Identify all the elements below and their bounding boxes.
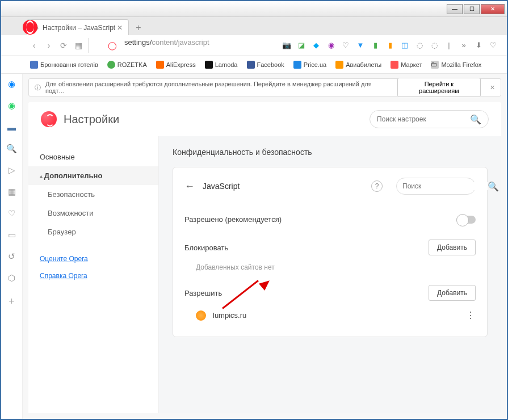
block-empty-text: Добавленных сайтов нет (184, 259, 476, 277)
go-to-extensions-button[interactable]: Перейти к расширениям (397, 78, 481, 97)
nav-advanced[interactable]: Дополнительно (28, 166, 158, 185)
send-icon[interactable]: ▷ (6, 165, 18, 176)
bookmark-icon (391, 61, 398, 69)
download-icon[interactable]: ⬇ (474, 41, 483, 50)
allowed-label: Разрешено (рекомендуется) (184, 215, 282, 224)
card-title: JavaScript (203, 182, 240, 191)
camera-icon[interactable]: 📷 (282, 41, 291, 50)
notification-text: Для обновления расширений требуются допо… (45, 81, 393, 94)
bookmark-item[interactable]: Price.ua (290, 59, 330, 70)
ext-icon[interactable]: ▮ (371, 41, 380, 50)
bookmark-item[interactable]: AliExpress (153, 59, 199, 70)
speed-dial-icon[interactable]: ▦ (6, 186, 18, 198)
help-icon[interactable]: ? (371, 180, 383, 192)
opera-menu-button[interactable] (23, 20, 37, 35)
search-icon: 🔍 (488, 181, 499, 192)
site-favicon (196, 310, 206, 321)
minimize-button[interactable]: — (447, 4, 463, 14)
content-area: ⓘ Для обновления расширений требуются до… (23, 74, 507, 419)
nav-browser[interactable]: Браузер (28, 222, 158, 241)
divider (88, 38, 103, 53)
whatsapp-icon[interactable]: ◉ (6, 100, 18, 111)
bookmark-item[interactable]: Lamoda (201, 59, 241, 70)
site-domain: lumpics.ru (213, 311, 246, 320)
add-allow-button[interactable]: Добавить (429, 285, 476, 301)
block-label: Блокировать (184, 243, 228, 252)
address-icons: 📷 ◪ ◆ ◉ ♡ ▼ ▮ ▮ ◫ ◌ ◌ | » ⬇ ♡ (282, 41, 502, 50)
bookmark-icon (205, 61, 213, 69)
more-icon[interactable]: » (459, 41, 468, 50)
back-arrow-icon[interactable]: ← (184, 180, 195, 192)
settings-header: Настройки 🔍 (28, 102, 501, 136)
divider: | (444, 41, 454, 50)
bookmark-icon (30, 61, 38, 69)
maximize-button[interactable]: ☐ (464, 4, 480, 14)
info-icon: ⓘ (35, 83, 41, 92)
heart-icon[interactable]: ♡ (6, 208, 18, 219)
vk-icon[interactable]: ▬ (6, 121, 18, 133)
card-search[interactable]: 🔍 (396, 178, 476, 195)
ext-icon[interactable]: ◪ (297, 41, 306, 50)
history-icon[interactable]: ↺ (6, 251, 18, 262)
page-title: Настройки (64, 113, 119, 126)
folder-icon: 🗀 (431, 61, 439, 69)
reload-button[interactable]: ⟳ (56, 38, 71, 53)
bookmark-item[interactable]: Авиабилеты (332, 59, 385, 70)
bookmark-icon (293, 61, 301, 69)
new-tab-button[interactable]: + (131, 20, 146, 35)
tab-title: Настройки – JavaScript (43, 24, 115, 32)
javascript-toggle[interactable] (456, 216, 476, 224)
add-block-button[interactable]: Добавить (429, 240, 476, 255)
bookmark-icon (107, 61, 115, 69)
browser-tab[interactable]: ⚙ Настройки – JavaScript ✕ (27, 19, 129, 35)
nav-features[interactable]: Возможности (28, 204, 158, 222)
speed-dial-button[interactable]: ▦ (71, 38, 86, 53)
bookmark-icon[interactable]: ♡ (489, 41, 498, 50)
ext-icon[interactable]: ◉ (326, 41, 335, 50)
ext-icon[interactable]: ▼ (356, 41, 365, 50)
help-opera-link[interactable]: Справка Opera (28, 267, 158, 284)
bookmark-item[interactable]: Facebook (243, 59, 288, 70)
card-header: ← JavaScript ? 🔍 (184, 178, 476, 195)
sidebar: ◉ ◉ ▬ 🔍 ▷ ▦ ♡ ▭ ↺ ⬡ + (1, 74, 23, 419)
settings-search[interactable]: 🔍 (370, 110, 489, 128)
add-sidebar-icon[interactable]: + (7, 296, 17, 306)
allowed-site-row[interactable]: lumpics.ru ⋮ (184, 304, 476, 326)
address-input[interactable]: settings/content/javascript (120, 38, 282, 53)
bookmark-item[interactable]: 🗀Mozilla Firefox (427, 59, 485, 70)
settings-nav: Основные Дополнительно Безопасность Возм… (28, 136, 159, 413)
ext-icon[interactable]: ▮ (385, 41, 394, 50)
nav-basic[interactable]: Основные (28, 148, 158, 166)
settings-body: Основные Дополнительно Безопасность Возм… (28, 136, 501, 413)
site-info-icon[interactable]: ◯ (105, 38, 120, 53)
bookmarks-bar: Бронювання готелів ROZETKA AliExpress La… (1, 56, 507, 74)
bookmark-item[interactable]: ROZETKA (104, 59, 150, 70)
close-notification-icon[interactable]: ✕ (490, 84, 495, 91)
site-more-icon[interactable]: ⋮ (466, 310, 476, 321)
search-icon[interactable]: 🔍 (6, 143, 18, 154)
bookmark-item[interactable]: Бронювання готелів (27, 59, 102, 70)
ext-icon[interactable]: ◆ (312, 41, 321, 50)
settings-search-input[interactable] (377, 115, 470, 123)
close-button[interactable]: ✕ (481, 4, 505, 14)
extensions-icon[interactable]: ⬡ (6, 272, 18, 284)
rate-opera-link[interactable]: Оцените Opera (28, 250, 158, 267)
close-tab-icon[interactable]: ✕ (117, 24, 123, 32)
bookmark-item[interactable]: Маркет (387, 59, 425, 70)
ext-icon[interactable]: ◌ (415, 41, 424, 50)
back-button[interactable]: ‹ (27, 38, 41, 53)
settings-panel: Конфиденциальность и безопасность ← Java… (159, 136, 501, 413)
forward-button[interactable]: › (41, 38, 56, 53)
card-search-input[interactable] (402, 182, 488, 190)
news-icon[interactable]: ▭ (6, 229, 18, 241)
bookmark-icon (335, 61, 343, 69)
ext-icon[interactable]: ♡ (341, 41, 350, 50)
messenger-icon[interactable]: ◉ (6, 78, 18, 90)
ext-icon[interactable]: ◌ (430, 41, 439, 50)
section-title: Конфиденциальность и безопасность (173, 148, 488, 157)
bookmark-icon (247, 61, 255, 69)
bookmark-icon (156, 61, 164, 69)
nav-security[interactable]: Безопасность (28, 185, 158, 204)
ext-icon[interactable]: ◫ (400, 41, 409, 50)
window-titlebar: — ☐ ✕ (1, 1, 507, 17)
